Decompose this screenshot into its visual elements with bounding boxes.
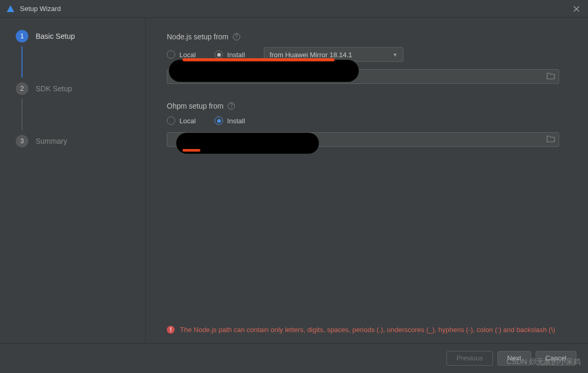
ohpm-label-text: Ohpm setup from <box>167 102 223 110</box>
step-number: 2 <box>16 82 28 95</box>
nodejs-section-label: Node.js setup from ? <box>167 33 569 41</box>
step-label: Summary <box>36 137 67 145</box>
radio-dot-icon <box>167 50 175 59</box>
ohpm-radio-local[interactable]: Local <box>167 116 196 125</box>
sidebar-step-basic-setup[interactable]: 1 Basic Setup <box>16 28 145 44</box>
titlebar: Setup Wizard <box>0 0 588 18</box>
window-title: Setup Wizard <box>20 5 61 13</box>
nodejs-radio-local[interactable]: Local <box>167 50 196 59</box>
help-icon[interactable]: ? <box>228 102 235 110</box>
error-text: The Node.js path can contain only letter… <box>180 325 555 335</box>
sidebar: 1 Basic Setup 2 SDK Setup 3 Summary <box>0 18 146 343</box>
redaction-mark <box>169 60 359 82</box>
sidebar-step-summary[interactable]: 3 Summary <box>16 133 145 149</box>
radio-label: Install <box>227 117 245 125</box>
nodejs-label-text: Node.js setup from <box>167 33 229 41</box>
radio-label: Install <box>227 51 245 59</box>
dropdown-value: from Huawei Mirror 18.14.1 <box>270 51 352 59</box>
sidebar-step-sdk-setup[interactable]: 2 SDK Setup <box>16 81 145 97</box>
ohpm-section-label: Ohpm setup from ? <box>167 102 569 110</box>
radio-dot-icon <box>215 116 223 125</box>
ohpm-radio-row: Local Install <box>167 116 569 125</box>
radio-label: Local <box>179 117 196 125</box>
error-message: ! The Node.js path can contain only lett… <box>167 325 569 335</box>
cancel-button[interactable]: Cancel <box>536 351 576 366</box>
step-label: Basic Setup <box>36 32 75 40</box>
radio-label: Local <box>179 51 196 59</box>
nodejs-radio-install[interactable]: Install <box>215 50 245 59</box>
previous-button: Previous <box>446 351 493 366</box>
redaction-mark <box>176 133 319 154</box>
radio-dot-icon <box>167 116 175 125</box>
radio-dot-icon <box>215 50 223 59</box>
step-number: 1 <box>16 30 28 42</box>
folder-icon[interactable] <box>547 135 555 144</box>
footer: Previous Next Cancel <box>0 343 588 372</box>
step-number: 3 <box>16 135 28 147</box>
ohpm-radio-install[interactable]: Install <box>215 116 245 125</box>
error-icon: ! <box>167 326 175 334</box>
chevron-down-icon: ▼ <box>392 52 398 58</box>
step-label: SDK Setup <box>36 84 72 93</box>
help-icon[interactable]: ? <box>233 33 240 40</box>
app-logo-icon <box>6 5 15 13</box>
step-connector <box>22 46 23 78</box>
step-connector <box>22 99 23 130</box>
close-icon[interactable] <box>571 4 582 14</box>
folder-icon[interactable] <box>547 72 555 81</box>
next-button[interactable]: Next <box>497 351 531 366</box>
